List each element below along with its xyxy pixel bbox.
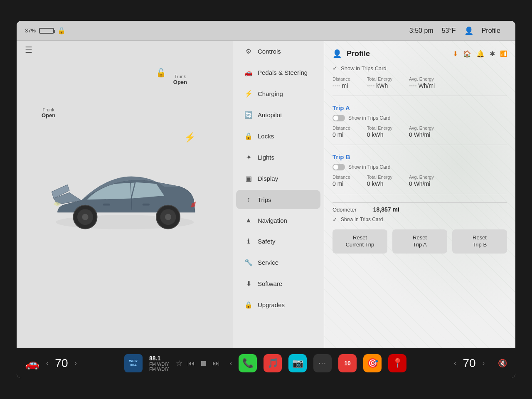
speed-right-arrow[interactable]: › [74, 360, 76, 367]
main-content: ☰ Trunk Open Frunk Open 🔓 ⚡ [17, 41, 515, 348]
controls-icon: ⚙ [244, 47, 253, 55]
trunk-lock-icon: 🔓 [156, 68, 166, 78]
trip-b-distance: Distance 0 mi [332, 175, 350, 187]
profile-header: 👤 Profile ⬇ 🏠 🔔 ✱ 📶 [332, 49, 507, 58]
music-app-icon[interactable]: 🎵 [264, 354, 282, 372]
music-info: 88.1 FM WDIY FM WDIY [149, 355, 169, 372]
charge-lightning-icon: ⚡ [184, 132, 195, 143]
calendar-icon[interactable]: 10 [338, 354, 357, 372]
main-show-in-trips-row: ✓ Show in Trips Card [332, 65, 507, 71]
main-checkmark-icon: ✓ [332, 65, 337, 71]
music-sub: FM WDIY [149, 367, 169, 372]
upgrades-icon: 🔒 [244, 301, 253, 309]
car-panel: ☰ Trunk Open Frunk Open 🔓 ⚡ [17, 41, 233, 348]
trip-b-avg-value: 0 Wh/mi [409, 180, 434, 187]
status-bar: 37% 🔒 3:50 pm 53°F 👤 Profile [17, 21, 515, 41]
trips-icon: ↕ [244, 196, 253, 203]
trip-b-energy-value: 0 kWh [367, 180, 392, 187]
trip-b-distance-value: 0 mi [332, 180, 350, 187]
dots-icon[interactable]: ··· [313, 354, 332, 372]
reset-trip-a-button[interactable]: ResetTrip A [392, 229, 447, 254]
safety-icon: ℹ [244, 237, 253, 245]
camera-icon[interactable]: 📷 [288, 354, 307, 372]
trip-a-avg-value: 0 Wh/mi [409, 131, 434, 138]
trip-b-section: Trip B Show in Trips Card Distance 0 mi … [332, 153, 507, 194]
trip-a-toggle[interactable] [332, 115, 345, 121]
odometer-checkmark-icon: ✓ [332, 216, 337, 223]
reset-current-trip-button[interactable]: ResetCurrent Trip [332, 229, 387, 254]
display-label: Display [258, 175, 278, 182]
trip-a-distance-label: Distance [332, 126, 350, 131]
menu-item-software[interactable]: ⬇ Software [236, 274, 320, 293]
display-icon: ▣ [244, 175, 253, 182]
menu-item-navigation[interactable]: ▲ Navigation [236, 211, 320, 230]
menu-item-charging[interactable]: ⚡ Charging [236, 84, 320, 103]
service-label: Service [258, 259, 278, 266]
svg-rect-8 [103, 204, 110, 206]
next-track-icon[interactable]: ⏭ [212, 359, 220, 368]
menu-item-autopilot[interactable]: 🔄 Autopilot [236, 105, 320, 125]
trip-b-toggle-row: Show in Trips Card [332, 164, 507, 170]
signal-icon: 📶 [500, 50, 507, 57]
favorite-icon[interactable]: ☆ [176, 359, 182, 368]
main-show-in-trips-label: Show in Trips Card [341, 65, 387, 71]
prev-track-icon[interactable]: ⏮ [187, 359, 195, 368]
locks-label: Locks [258, 133, 274, 140]
trip-b-avg: Avg. Energy 0 Wh/mi [409, 175, 434, 187]
menu-item-display[interactable]: ▣ Display [236, 169, 320, 188]
svg-rect-9 [143, 204, 150, 206]
menu-item-trips[interactable]: ↕ Trips [236, 190, 320, 209]
maps-icon[interactable]: 📍 [388, 354, 406, 372]
time-display: 3:50 pm [409, 27, 433, 34]
menu-item-pedals[interactable]: 🚗 Pedals & Steering [236, 63, 320, 82]
taskbar: 🚗 ‹ 70 › WDIY88.1 88.1 FM WDIY FM WDIY ☆… [17, 348, 515, 378]
speed-right-display: 70 [463, 357, 476, 370]
phone-icon[interactable]: 📞 [239, 354, 257, 372]
menu-item-lights[interactable]: ✦ Lights [236, 148, 320, 167]
trip-a-distance: Distance 0 mi [332, 126, 350, 138]
main-stats-row: Distance ---- mi Total Energy ---- kWh A… [332, 76, 507, 96]
main-distance-label: Distance [332, 76, 350, 81]
trip-a-title: Trip A [332, 104, 507, 111]
lights-icon: ✦ [244, 153, 253, 161]
right-speed-right-arrow[interactable]: › [483, 360, 485, 367]
nav-left-arrow[interactable]: ‹ [230, 360, 232, 367]
pinwheel-icon[interactable]: 🎯 [363, 354, 382, 372]
trip-a-energy: Total Energy 0 kWh [367, 126, 392, 138]
music-name: FM WDIY [149, 362, 169, 367]
trip-b-toggle[interactable] [332, 164, 345, 170]
trip-a-avg: Avg. Energy 0 Wh/mi [409, 126, 434, 138]
speed-left-arrow[interactable]: ‹ [46, 360, 48, 367]
main-avg-value: ---- Wh/mi [409, 82, 435, 89]
download-icon: ⬇ [453, 50, 458, 58]
navigation-label: Navigation [258, 217, 287, 224]
temperature-display: 53°F [442, 27, 456, 34]
car-image-area: Trunk Open Frunk Open 🔓 ⚡ [17, 41, 233, 348]
music-station: 88.1 [149, 355, 169, 362]
wdiy-logo: WDIY88.1 [124, 354, 143, 372]
menu-item-controls[interactable]: ⚙ Controls [236, 42, 320, 61]
trip-b-energy-label: Total Energy [367, 175, 392, 180]
reset-buttons-row: ResetCurrent Trip ResetTrip A ResetTrip … [332, 229, 507, 254]
trip-b-avg-label: Avg. Energy [409, 175, 434, 180]
charging-icon: ⚡ [244, 90, 253, 98]
controls-label: Controls [258, 48, 281, 55]
profile-icon: 👤 [464, 26, 473, 35]
stop-icon[interactable]: ⏹ [200, 359, 207, 368]
main-avg-label: Avg. Energy [409, 76, 435, 81]
car-taskbar-icon: 🚗 [25, 357, 39, 370]
trip-a-show-label: Show in Trips Card [348, 115, 390, 121]
trips-content-panel: 👤 Profile ⬇ 🏠 🔔 ✱ 📶 ✓ Show in Trips Card [324, 41, 515, 348]
volume-mute-icon[interactable]: 🔇 [498, 359, 507, 368]
profile-label[interactable]: Profile [482, 27, 500, 34]
lock-icon: 🔒 [57, 27, 66, 34]
menu-item-service[interactable]: 🔧 Service [236, 253, 320, 272]
reset-trip-b-button[interactable]: ResetTrip B [452, 229, 507, 254]
right-speed-left-arrow[interactable]: ‹ [454, 360, 456, 367]
menu-item-locks[interactable]: 🔒 Locks [236, 126, 320, 146]
menu-item-upgrades[interactable]: 🔒 Upgrades [236, 295, 320, 315]
pedals-label: Pedals & Steering [258, 69, 308, 76]
menu-item-safety[interactable]: ℹ Safety [236, 232, 320, 251]
charging-label: Charging [258, 90, 283, 97]
trip-a-energy-label: Total Energy [367, 126, 392, 131]
